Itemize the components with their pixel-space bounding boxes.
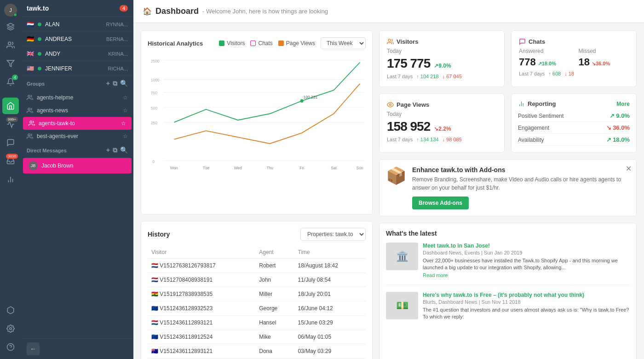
table-row[interactable]: 🇳🇱 V1512436112893121 Hansel 15/June 03:2… — [148, 316, 366, 330]
settings-icon-btn[interactable] — [2, 320, 19, 337]
dm-actions: + ⧉ 🔍 — [106, 146, 128, 154]
col-visitor: Visitor — [148, 246, 255, 259]
group-item-agents-helpme[interactable]: agents-helpme ☆ — [21, 91, 133, 104]
search-group-icon[interactable]: 🔍 — [120, 80, 128, 87]
agents-icon-btn[interactable] — [2, 37, 19, 53]
copy-dm-icon[interactable]: ⧉ — [113, 146, 117, 154]
add-dm-icon[interactable]: + — [106, 146, 110, 154]
contact-item-andreas[interactable]: 🇩🇪 ANDREAS BERNA... — [21, 32, 133, 46]
table-row[interactable]: 🇳🇱 V15127638126793817 Robert 18/August 1… — [148, 259, 366, 273]
filter-icon-btn[interactable] — [2, 55, 19, 72]
svg-point-11 — [30, 121, 32, 123]
home-icon-btn[interactable] — [2, 98, 19, 114]
table-row[interactable]: 🇬🇭 V1519127838938535 Miller 18/July 20:0… — [148, 287, 366, 301]
group-name-agents-news: agents-news — [37, 107, 119, 114]
page-subtitle: - Welcome John, here is how things are l… — [202, 8, 328, 15]
sidebar: tawk.to 4 🇳🇱 ALAN RYNNA... 🇩🇪 ANDREAS BE… — [21, 0, 133, 359]
icon-bar: J 4 999+ 3036 — [0, 0, 21, 359]
chats-missed-value: 18 — [579, 56, 590, 68]
page-views-card-title: Page Views — [387, 101, 497, 108]
analytics-chart: 2500 1000 750 500 250 0 Mon Tue — [148, 54, 366, 174]
chats-missed: Missed 18 ↘36.0% — [579, 48, 629, 68]
svg-text:750: 750 — [151, 91, 157, 95]
browse-addons-btn[interactable]: Browse Add-ons — [412, 197, 469, 209]
agent-cell: Miller — [255, 287, 294, 301]
time-range-select[interactable]: This Week Last Week This Month — [321, 37, 366, 49]
visitor-cell: 🇳🇱 V15127638126793817 — [148, 259, 255, 273]
star-icon-agents-news[interactable]: ☆ — [123, 107, 128, 114]
contact-extra-jennifer: RICHA... — [108, 66, 128, 71]
topbar: 🏠 Dashboard - Welcome John, here is how … — [133, 0, 644, 23]
star-icon-best-agents-ever[interactable]: ☆ — [123, 133, 128, 139]
table-row[interactable]: 🇳🇱 V1512708408938191 John 11/July 08:54 — [148, 273, 366, 287]
agent-cell: George — [255, 301, 294, 316]
flag-de: 🇩🇪 — [27, 35, 34, 42]
svg-text:Wed: Wed — [234, 165, 242, 170]
addon-close-btn[interactable]: ✕ — [626, 164, 632, 173]
contact-item-andy[interactable]: 🇬🇧 ANDY KRINA... — [21, 46, 133, 61]
group-item-agents-tawk-to[interactable]: agents-tawk-to ☆ — [23, 117, 132, 130]
copy-group-icon[interactable]: ⧉ — [113, 80, 117, 87]
svg-text:2500: 2500 — [151, 58, 160, 63]
contact-item-jennifer[interactable]: 🇺🇸 JENNIFER RICHA... — [21, 61, 133, 76]
activity-icon-btn[interactable]: 999+ — [2, 116, 19, 133]
contact-item-alan[interactable]: 🇳🇱 ALAN RYNNA... — [21, 17, 133, 32]
chart-icon-btn[interactable] — [2, 171, 19, 188]
layers-icon-btn[interactable] — [2, 18, 19, 35]
dm-item-jacob-brown[interactable]: JB Jacob Brown — [23, 158, 132, 174]
table-row[interactable]: 🇦🇺 V1512436112893121 Dona 03/May 03:29 — [148, 344, 366, 359]
page-views-today-label: Today — [387, 111, 497, 117]
news-title-1[interactable]: Here's why tawk.to is Free – (it's proba… — [423, 292, 630, 298]
legend-pageviews-color — [278, 41, 284, 46]
back-btn[interactable]: ← — [27, 342, 40, 355]
bell-icon-btn[interactable]: 4 — [2, 74, 19, 90]
svg-text:Sun: Sun — [356, 165, 363, 170]
activity-badge: 999+ — [6, 117, 18, 122]
reporting-more-link[interactable]: More — [616, 101, 630, 107]
groups-section-label: Groups + ⧉ 🔍 — [21, 76, 133, 91]
bell-badge: 4 — [12, 75, 18, 80]
help-icon-btn[interactable] — [2, 339, 19, 355]
chats-answered-change: ↗18.0% — [538, 61, 556, 67]
group-item-agents-news[interactable]: agents-news ☆ — [21, 104, 133, 117]
visitor-cell: 🇪🇺 V1512436118912524 — [148, 330, 255, 344]
direct-messages-label: Direct Messages — [27, 148, 67, 153]
reporting-item-label: Availability — [518, 137, 544, 143]
group-icon-active — [29, 120, 35, 127]
sidebar-workspace-title: tawk.to — [27, 5, 49, 12]
inbox-icon-btn[interactable]: 3036 — [2, 153, 19, 169]
time-cell: 18/August 18:42 — [294, 259, 366, 273]
dm-avatar-jacob: JB — [29, 161, 38, 170]
chats-stat-row: Answered 778 ↗18.0% Missed 18 ↘36.0% — [519, 48, 629, 68]
group-item-best-agents-ever[interactable]: best-agents-ever ☆ — [21, 130, 133, 143]
visitors-icon — [387, 38, 394, 45]
visitors-today-label: Today — [387, 48, 497, 54]
visitors-today-change: ↗9.0% — [434, 63, 451, 69]
history-properties-select[interactable]: Properties: tawk.to — [300, 228, 366, 241]
news-content-0: Meet tawk.to in San Jose! Dashboard News… — [423, 243, 630, 278]
news-item: 🏛️ Meet tawk.to in San Jose! Dashboard N… — [386, 243, 630, 285]
star-icon-agents-helpme[interactable]: ☆ — [123, 94, 128, 101]
news-thumb-1: 💵 — [386, 292, 418, 319]
table-row[interactable]: 🇪🇺 V1512436118912524 Mike 06/May 01:05 — [148, 330, 366, 344]
page-views-last7-up: ↑ 134 134 — [416, 137, 438, 142]
chats-missed-label: Missed — [579, 48, 629, 54]
reporting-item-value: ↗ 9.0% — [610, 112, 630, 119]
chat-icon-btn[interactable] — [2, 134, 19, 151]
search-dm-icon[interactable]: 🔍 — [120, 146, 128, 154]
read-more-link-0[interactable]: Read more — [423, 272, 448, 278]
visitors-today-value: 175 775 — [387, 56, 430, 71]
chats-card-title: Chats — [519, 38, 629, 45]
chats-icon — [519, 38, 526, 45]
reporting-item-label: Positive Sentiment — [518, 113, 564, 119]
box-icon-btn[interactable] — [2, 302, 19, 318]
news-title-0[interactable]: Meet tawk.to in San Jose! — [423, 243, 630, 249]
right-mid-row: Page Views Today 158 952 ↘2.2% Last 7 da… — [379, 93, 637, 153]
star-icon-agents-tawk-to[interactable]: ☆ — [121, 120, 126, 127]
user-avatar[interactable]: J — [4, 4, 17, 17]
table-row[interactable]: 🇪🇺 V1512436128932523 George 16/June 04:1… — [148, 301, 366, 316]
page-views-icon — [387, 101, 394, 108]
add-group-icon[interactable]: + — [106, 80, 110, 87]
addon-title: Enhance tawk.to with Add-ons — [412, 166, 630, 174]
agent-cell: Hansel — [255, 316, 294, 330]
